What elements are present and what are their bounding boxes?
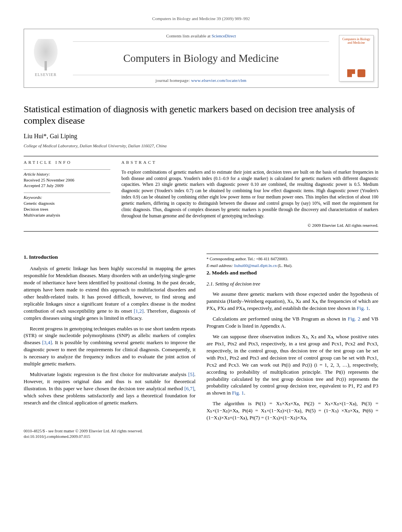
section-1-heading: 1. Introduction bbox=[24, 254, 195, 261]
section-2-heading: 2. Models and method bbox=[207, 269, 378, 277]
journal-homepage-link[interactable]: www.elsevier.com/locate/cbm bbox=[191, 78, 247, 83]
email-tail: (L. Hui). bbox=[277, 263, 292, 268]
article-info-heading: ARTICLE INFO bbox=[24, 159, 110, 165]
affiliation: College of Medical Laboratory, Dalian Me… bbox=[24, 143, 378, 149]
abstract-text: To explore combinations of genetic marke… bbox=[121, 169, 378, 219]
text-run: We assume three genetic markers with tho… bbox=[207, 291, 378, 311]
author-list: Liu Hui*, Gai Liping bbox=[24, 132, 378, 141]
masthead-center: Contents lists available at ScienceDirec… bbox=[67, 29, 335, 87]
citation-link[interactable]: [6,7] bbox=[184, 386, 194, 391]
abstract-heading: ABSTRACT bbox=[121, 159, 378, 165]
article-body: 1. Introduction Analysis of genetic link… bbox=[24, 254, 378, 421]
footer-meta: 0010-4825/$ - see front matter © 2009 El… bbox=[24, 428, 378, 439]
body-paragraph: Analysis of genetic linkage has been hig… bbox=[24, 265, 195, 322]
cover-art bbox=[347, 69, 365, 77]
journal-title: Computers in Biology and Medicine bbox=[73, 51, 329, 65]
divider bbox=[24, 231, 378, 232]
citation-link[interactable]: [5] bbox=[188, 371, 194, 377]
keyword: Multivariate analysis bbox=[24, 212, 110, 218]
body-paragraph: Multivariate logistic regression is the … bbox=[24, 371, 195, 406]
article-info-column: ARTICLE INFO Article history: Received 2… bbox=[24, 159, 110, 228]
keywords-label: Keywords: bbox=[24, 193, 110, 200]
citation-link[interactable]: [1,2] bbox=[134, 308, 144, 314]
abstract-copyright: © 2009 Elsevier Ltd. All rights reserved… bbox=[121, 222, 378, 228]
article-title: Statistical estimation of diagnosis with… bbox=[24, 104, 378, 127]
cover-title: Computers in Biology and Medicine bbox=[339, 35, 373, 46]
corresponding-author-block: * Corresponding author. Tel.: +86 411 84… bbox=[207, 254, 378, 269]
elsevier-tree-icon bbox=[32, 39, 60, 70]
corresponding-author-line: * Corresponding author. Tel.: +86 411 84… bbox=[207, 256, 378, 262]
citation-link[interactable]: [3,4] bbox=[42, 339, 52, 345]
received-date: Received 25 November 2006 bbox=[24, 177, 110, 183]
text-run: . bbox=[244, 390, 245, 396]
accepted-date: Accepted 27 July 2009 bbox=[24, 183, 110, 189]
contents-lists-line: Contents lists available at ScienceDirec… bbox=[73, 33, 329, 42]
contents-lists-prefix: Contents lists available at bbox=[166, 33, 211, 38]
email-label: E-mail address: bbox=[207, 263, 234, 268]
elsevier-logo: ELSEVIER bbox=[28, 35, 63, 82]
keyword: Decision trees bbox=[24, 206, 110, 212]
body-paragraph: The algorithm is Pt(1) = X₁×X₂×X₃, Pt(2)… bbox=[207, 400, 378, 421]
figure-link[interactable]: Fig. 1 bbox=[357, 305, 368, 311]
keywords-block: Keywords: Genetic diagnosis Decision tre… bbox=[24, 193, 110, 218]
cover-glyph-icon bbox=[347, 69, 355, 77]
body-paragraph: We can suppose three observation indices… bbox=[207, 333, 378, 397]
text-run: We can suppose three observation indices… bbox=[207, 334, 378, 396]
figure-link[interactable]: Fig. 2 bbox=[348, 316, 360, 322]
abstract-column: ABSTRACT To explore combinations of gene… bbox=[121, 159, 378, 228]
text-run: Multivariate logistic regression is the … bbox=[30, 371, 188, 377]
doi-line: doi:10.1016/j.compbiomed.2009.07.015 bbox=[24, 434, 378, 439]
journal-cover-thumb: Computers in Biology and Medicine bbox=[339, 35, 374, 82]
article-history-block: Article history: Received 25 November 20… bbox=[24, 169, 110, 189]
text-run: Calculations are performed using the VB … bbox=[213, 316, 348, 322]
author-email-link[interactable]: liuhui60@mail.dlptt.ln.cn bbox=[234, 263, 277, 268]
journal-cover-cell: Computers in Biology and Medicine bbox=[335, 29, 378, 87]
journal-masthead: ELSEVIER Contents lists available at Sci… bbox=[24, 29, 378, 88]
publisher-logo-cell: ELSEVIER bbox=[24, 29, 67, 87]
body-paragraph: Recent progress in genotyping techniques… bbox=[24, 325, 195, 368]
text-run: Analysis of genetic linkage has been hig… bbox=[24, 265, 195, 314]
journal-homepage-line: journal homepage: www.elsevier.com/locat… bbox=[73, 75, 329, 83]
running-head: Computers in Biology and Medicine 39 (20… bbox=[24, 16, 378, 22]
sciencedirect-link[interactable]: ScienceDirect bbox=[212, 33, 236, 38]
body-paragraph: We assume three genetic markers with tho… bbox=[207, 291, 378, 312]
homepage-prefix: journal homepage: bbox=[156, 78, 191, 83]
body-paragraph: Calculations are performed using the VB … bbox=[207, 315, 378, 330]
corresponding-email-line: E-mail address: liuhui60@mail.dlptt.ln.c… bbox=[207, 263, 378, 269]
info-abstract-row: ARTICLE INFO Article history: Received 2… bbox=[24, 159, 378, 228]
issn-line: 0010-4825/$ - see front matter © 2009 El… bbox=[24, 428, 378, 434]
cover-glyph-icon bbox=[357, 69, 365, 77]
publisher-name: ELSEVIER bbox=[35, 72, 56, 78]
text-run: . bbox=[369, 305, 370, 311]
keyword: Genetic diagnosis bbox=[24, 200, 110, 206]
divider bbox=[24, 156, 378, 156]
figure-link[interactable]: Fig. 1 bbox=[232, 390, 244, 396]
section-2-1-heading: 2.1. Setting of decision tree bbox=[207, 281, 378, 287]
article-history-label: Article history: bbox=[24, 169, 110, 177]
